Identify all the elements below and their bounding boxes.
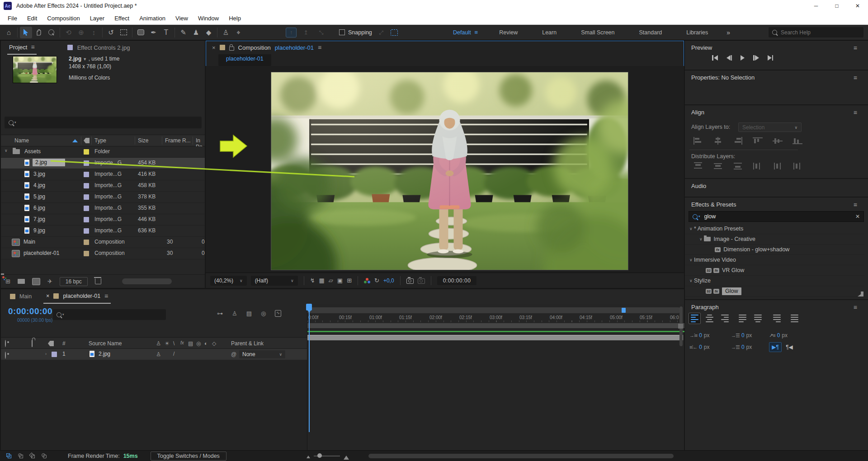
- snap-options-icon[interactable]: ⤢: [375, 27, 387, 38]
- layer-label-swatch[interactable]: [52, 352, 57, 357]
- justify-last-center-button[interactable]: [752, 313, 764, 324]
- threed-column-icon[interactable]: ◇: [212, 340, 216, 347]
- home-tool-icon[interactable]: ⌂: [3, 27, 15, 38]
- twirl-down-icon[interactable]: ∨: [689, 258, 693, 262]
- label-swatch[interactable]: [84, 194, 89, 200]
- label-swatch[interactable]: [84, 251, 89, 256]
- snapping-checkbox[interactable]: [339, 29, 345, 35]
- view-axis-icon[interactable]: ⤡: [315, 27, 327, 38]
- tree-item-stylize[interactable]: ∨ Stylize: [685, 276, 864, 286]
- minimize-button[interactable]: ─: [806, 0, 826, 12]
- account-icon[interactable]: [42, 453, 47, 459]
- layer-duration-bar[interactable]: [307, 335, 683, 340]
- hand-tool-icon[interactable]: [33, 27, 45, 38]
- brush-tool-icon[interactable]: ✎: [177, 27, 189, 38]
- snapshot-layers-icon[interactable]: [18, 453, 24, 459]
- align-right-icon[interactable]: [733, 137, 743, 145]
- align-center-horizontal-icon[interactable]: [713, 137, 723, 145]
- rectangle-tool-icon[interactable]: [135, 27, 147, 38]
- zoom-tool-icon[interactable]: [45, 27, 57, 38]
- pen-tool-icon[interactable]: ✒: [147, 27, 160, 38]
- project-search-box[interactable]: ▾: [5, 117, 202, 128]
- resolution-dropdown[interactable]: (Half)∨: [251, 276, 298, 286]
- help-search-box[interactable]: [769, 27, 863, 38]
- flow-icon[interactable]: [30, 453, 35, 459]
- workspace-menu-icon[interactable]: ≡: [475, 29, 487, 36]
- tab-effect-controls[interactable]: Effect Controls 2.jpg: [77, 44, 130, 51]
- label-column-icon[interactable]: [48, 341, 54, 346]
- parent-dropdown[interactable]: None∨: [239, 350, 285, 358]
- space-after-field[interactable]: →☰ 0 px: [731, 343, 769, 352]
- label-swatch[interactable]: [84, 217, 89, 222]
- comp-marker-bin-icon[interactable]: [678, 324, 683, 329]
- layer-source-name[interactable]: 2.jpg: [99, 351, 110, 357]
- panel-menu-icon[interactable]: ≡: [854, 74, 857, 81]
- effects-search-box[interactable]: ▾ ✕: [689, 211, 864, 222]
- motion-blur-column-icon[interactable]: ◎: [196, 340, 201, 347]
- snapshot-icon[interactable]: [406, 278, 414, 284]
- column-type[interactable]: Type: [94, 137, 106, 144]
- timeline-search-box[interactable]: ▾: [53, 309, 166, 320]
- align-left-text-button[interactable]: [689, 313, 701, 324]
- composition-viewer[interactable]: [206, 66, 684, 273]
- table-row[interactable]: Main Composition 30 0: [1, 237, 205, 248]
- puppet-pin-tool-icon[interactable]: ⌖: [232, 27, 245, 38]
- panel-menu-icon[interactable]: ≡: [854, 109, 857, 116]
- lock-icon[interactable]: [229, 47, 234, 51]
- menu-view[interactable]: View: [170, 15, 193, 22]
- timeline-horizontal-scrollbar[interactable]: [368, 454, 674, 458]
- adjustment-column-icon[interactable]: ◐: [204, 340, 208, 347]
- justify-all-button[interactable]: [789, 313, 801, 324]
- rotation-tool-icon[interactable]: ↺: [105, 27, 117, 38]
- table-row[interactable]: placeholder-01 Composition 30 0: [1, 248, 205, 259]
- render-queue-icon[interactable]: [6, 453, 12, 459]
- tab-project[interactable]: Project ≡: [7, 41, 37, 55]
- table-row-selected[interactable]: 2.jpg Importe...G 454 KB: [1, 158, 205, 169]
- mask-visibility-icon[interactable]: ▣: [337, 277, 343, 284]
- pan-camera-tool-icon[interactable]: ⊕: [75, 27, 87, 38]
- frame-blending-icon[interactable]: ▤: [246, 310, 252, 317]
- table-row[interactable]: 4.jpg Importe...G 458 KB: [1, 180, 205, 192]
- workspace-overflow-icon[interactable]: »: [720, 29, 736, 36]
- crop-icon[interactable]: ⊞: [347, 277, 352, 284]
- close-button[interactable]: ✕: [847, 0, 868, 12]
- column-name[interactable]: Name: [14, 137, 29, 144]
- label-swatch[interactable]: [84, 172, 89, 177]
- twirl-down-icon[interactable]: ∨: [689, 226, 693, 231]
- distribute-vertical-center-icon[interactable]: [713, 162, 723, 170]
- work-area-end-handle[interactable]: [622, 308, 626, 313]
- pickwhip-icon[interactable]: @: [231, 351, 236, 358]
- space-before-field[interactable]: →☰ 0 px: [731, 331, 769, 340]
- align-to-dropdown[interactable]: Selection∨: [738, 122, 802, 132]
- align-center-text-button[interactable]: [703, 313, 716, 324]
- layer-shy-icon[interactable]: ♙: [156, 351, 161, 358]
- exposure-reset-icon[interactable]: ↻: [374, 277, 379, 284]
- close-panel-icon[interactable]: ×: [212, 44, 216, 51]
- menu-help[interactable]: Help: [224, 15, 246, 22]
- menu-window[interactable]: Window: [193, 15, 224, 22]
- viewer-tab[interactable]: placeholder-01: [218, 54, 271, 66]
- workspace-small-screen[interactable]: Small Screen: [569, 29, 627, 36]
- color-depth-button[interactable]: 16 bpc: [60, 277, 88, 286]
- table-row[interactable]: 6.jpg Importe...G 355 KB: [1, 203, 205, 214]
- footage-caret-icon[interactable]: ▼: [83, 57, 87, 61]
- collapse-column-icon[interactable]: ☀: [165, 340, 170, 347]
- align-center-vertical-icon[interactable]: [773, 137, 783, 145]
- twirl-down-icon[interactable]: ∨: [5, 148, 8, 153]
- workspace-default[interactable]: Default: [441, 29, 475, 36]
- fast-preview-icon[interactable]: ↯: [310, 277, 315, 284]
- menu-effect[interactable]: Effect: [109, 15, 134, 22]
- zoom-out-timeline-icon[interactable]: [307, 454, 310, 458]
- indent-left-field[interactable]: →⫶≡ 0 px: [689, 331, 731, 340]
- panel-menu-icon[interactable]: ≡: [31, 43, 34, 51]
- axis-mode-icon[interactable]: ↑: [286, 28, 297, 38]
- channel-icon[interactable]: [364, 278, 370, 283]
- layer-visibility-icon[interactable]: [5, 352, 6, 358]
- distribute-horizontal-center-icon[interactable]: [773, 162, 783, 170]
- distribute-right-icon[interactable]: [793, 162, 802, 170]
- clone-stamp-tool-icon[interactable]: ♟: [190, 27, 202, 38]
- tree-item-immersive-video[interactable]: ∨ Immersive Video: [685, 255, 864, 265]
- workspace-review[interactable]: Review: [487, 29, 530, 36]
- lock-column-icon[interactable]: [32, 340, 33, 347]
- help-search-input[interactable]: [780, 29, 854, 36]
